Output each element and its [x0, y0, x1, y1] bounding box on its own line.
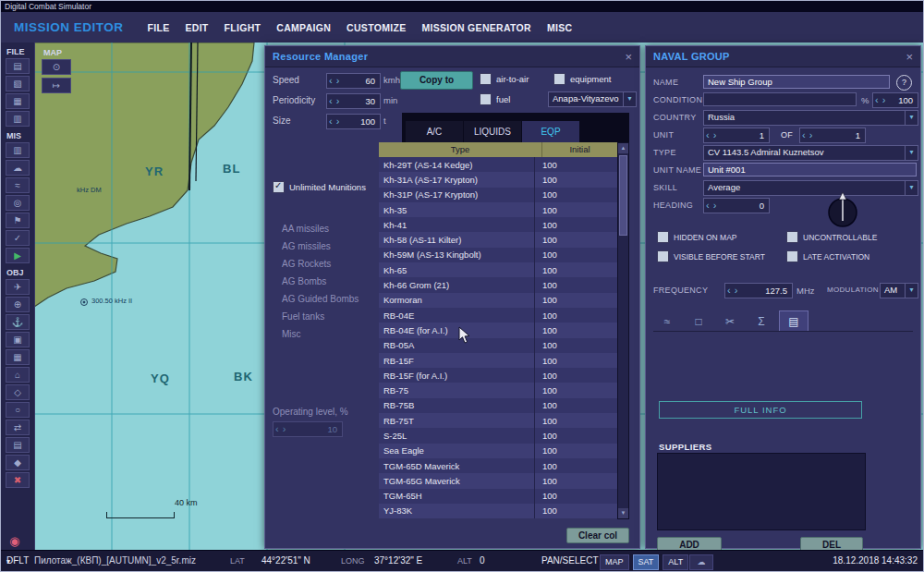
unit-number-stepper[interactable]: ‹ › 1: [703, 128, 770, 143]
heading-stepper[interactable]: ‹ › 0: [703, 198, 770, 213]
suppliers-list[interactable]: [657, 453, 866, 530]
unlimited-munitions-checkbox[interactable]: Unlimited Munitions: [273, 181, 366, 193]
weather-button[interactable]: ☁: [6, 160, 30, 176]
unit-name-input[interactable]: [703, 163, 917, 176]
munition-initial-cell[interactable]: 100: [534, 353, 617, 368]
scroll-down-icon[interactable]: ▼: [618, 508, 628, 518]
frequency-stepper[interactable]: ‹ › 127.5: [724, 283, 793, 298]
munition-row[interactable]: TGM-65D Maverick100: [379, 458, 617, 473]
munition-row[interactable]: Kormoran100: [379, 293, 617, 308]
cargo-tab-tab[interactable]: ▤: [779, 310, 808, 331]
munition-row[interactable]: Kh-35100: [379, 202, 617, 217]
heading-dial[interactable]: [824, 190, 861, 229]
chevron-down-icon[interactable]: ▾: [905, 111, 918, 125]
tab-a-c[interactable]: A/C: [406, 121, 463, 142]
increment-icon[interactable]: ›: [881, 95, 888, 105]
category-ag-bombs[interactable]: AG Bombs: [282, 273, 359, 290]
munition-row[interactable]: Kh-29T (AS-14 Kedge)100: [379, 157, 617, 172]
munition-row[interactable]: Kh-59M (AS-13 Kingbolt)100: [379, 248, 617, 262]
munition-initial-cell[interactable]: 100: [534, 202, 617, 217]
unit-total-stepper[interactable]: ‹ › 1: [799, 128, 866, 143]
modulation-select[interactable]: AM ▾: [880, 283, 918, 298]
munition-row[interactable]: RB-04E (for A.I.)100: [379, 323, 617, 337]
munition-row[interactable]: TGM-65G Maverick100: [379, 473, 617, 488]
country-select[interactable]: Russia ▾: [703, 110, 918, 126]
munition-row[interactable]: S-25L100: [379, 428, 617, 443]
category-ag-guided-bombs[interactable]: AG Guided Bombs: [282, 290, 359, 308]
munition-row[interactable]: TGM-65H100: [379, 489, 617, 504]
copy-to-button[interactable]: Copy to: [400, 71, 473, 90]
chevron-down-icon[interactable]: ▾: [905, 181, 918, 195]
open-mission-button[interactable]: ▧: [6, 76, 30, 91]
delete-button[interactable]: ✖: [6, 472, 30, 488]
category-misc[interactable]: Misc: [282, 325, 359, 343]
fuel-checkbox[interactable]: fuel: [480, 93, 510, 105]
triggers-button[interactable]: ⚑: [6, 213, 30, 228]
increment-icon[interactable]: ›: [711, 130, 719, 140]
munition-row[interactable]: RB-15F (for A.I.)100: [379, 368, 617, 383]
group-name-input[interactable]: [703, 75, 890, 89]
munition-initial-cell[interactable]: 100: [534, 489, 617, 504]
munition-row[interactable]: RB-15F100: [379, 353, 617, 368]
theatre-select[interactable]: DFLT ▾: [6, 551, 10, 572]
payload-tab-tab[interactable]: ✂: [716, 311, 744, 331]
close-icon[interactable]: ×: [625, 51, 632, 63]
static-object-button[interactable]: ▦: [6, 349, 30, 365]
goal-button[interactable]: ◎: [6, 195, 30, 211]
help-button[interactable]: ?: [896, 75, 912, 91]
alt-toggle-button[interactable]: ALT: [663, 554, 688, 570]
record-icon[interactable]: ◉: [9, 535, 19, 547]
key-button[interactable]: ⊙: [42, 59, 71, 75]
munition-initial-cell[interactable]: 100: [534, 504, 617, 518]
checkbox-visible-before-start[interactable]: VISIBLE BEFORE START: [657, 250, 786, 262]
equipment-checkbox[interactable]: equipment: [553, 73, 611, 85]
munition-initial-cell[interactable]: 100: [534, 172, 617, 187]
munition-row[interactable]: Kh-31A (AS-17 Krypton)100: [379, 172, 617, 187]
munition-initial-cell[interactable]: 100: [534, 338, 617, 353]
ruler-button[interactable]: ↦: [42, 78, 71, 93]
zone-button[interactable]: ○: [6, 402, 30, 418]
airport-select[interactable]: Anapa-Vityazevo ▾: [548, 91, 637, 107]
new-mission-button[interactable]: ▤: [6, 58, 30, 74]
chevron-down-icon[interactable]: ▾: [905, 284, 918, 298]
munition-initial-cell[interactable]: 100: [534, 293, 617, 308]
munition-initial-cell[interactable]: 100: [534, 262, 617, 277]
decrement-icon[interactable]: ‹: [725, 286, 733, 296]
route-tab-tab[interactable]: ≈: [653, 311, 681, 331]
munition-row[interactable]: RB-75100: [379, 383, 617, 397]
menu-item-flight[interactable]: FLIGHT: [225, 22, 261, 33]
condition-stepper[interactable]: ‹ › 100: [872, 92, 918, 108]
decrement-icon[interactable]: ‹: [327, 76, 334, 86]
decrement-icon[interactable]: ‹: [800, 130, 808, 140]
air-to-air-checkbox[interactable]: air-to-air: [480, 73, 529, 85]
munition-initial-cell[interactable]: 100: [534, 444, 617, 458]
munition-initial-cell[interactable]: 100: [534, 323, 617, 337]
checkbox-uncontrollable[interactable]: UNCONTROLLABLE: [786, 231, 877, 243]
munition-row[interactable]: YJ-83K100: [379, 504, 617, 518]
munition-initial-cell[interactable]: 100: [534, 232, 617, 247]
category-fuel-tanks[interactable]: Fuel tanks: [282, 308, 359, 325]
chevron-down-icon[interactable]: ▾: [905, 146, 918, 160]
briefing-button[interactable]: ▥: [6, 142, 30, 158]
full-info-button[interactable]: FULL INFO: [659, 401, 862, 419]
group-tab-tab[interactable]: □: [685, 311, 712, 331]
menu-item-campaign[interactable]: CAMPAIGN: [276, 22, 331, 33]
menu-item-customize[interactable]: CUSTOMIZE: [346, 22, 406, 33]
overlay-toggle-button[interactable]: ☁: [689, 554, 713, 570]
ship-button[interactable]: ⚓: [6, 314, 30, 330]
close-icon[interactable]: ×: [906, 51, 913, 63]
increment-icon[interactable]: ›: [334, 116, 342, 127]
unit-type-select[interactable]: CV 1143.5 Admiral Kuznetsov ▾: [703, 145, 918, 161]
tab-eqp[interactable]: EQP: [522, 121, 579, 142]
validate-button[interactable]: ✓: [6, 230, 30, 246]
munition-initial-cell[interactable]: 100: [534, 413, 617, 428]
munition-row[interactable]: Kh-66 Grom (21)100: [379, 277, 617, 292]
increment-icon[interactable]: ›: [334, 76, 342, 86]
checkbox-late-activation[interactable]: LATE ACTIVATION: [786, 250, 877, 262]
aircraft-button[interactable]: ✈: [6, 279, 30, 295]
increment-icon[interactable]: ›: [711, 201, 719, 211]
decrement-icon[interactable]: ‹: [327, 116, 334, 127]
munition-initial-cell[interactable]: 100: [534, 428, 617, 443]
decrement-icon[interactable]: ‹: [704, 130, 711, 140]
table-scrollbar[interactable]: ▲ ▼: [617, 142, 629, 519]
